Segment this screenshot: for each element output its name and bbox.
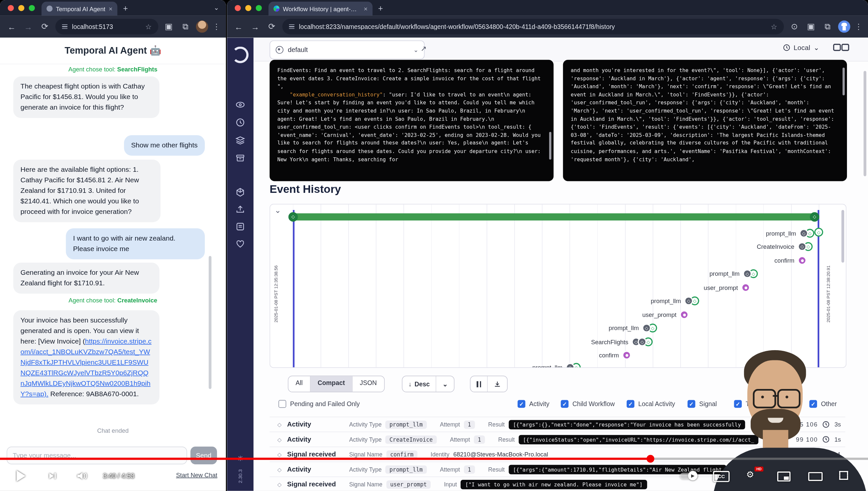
theme-toggle-icon[interactable]: ☀ <box>237 455 244 463</box>
sort-desc-button[interactable]: ↓Desc <box>402 376 436 392</box>
checkbox-checked[interactable] <box>687 400 695 408</box>
event-row[interactable]: Activity Activity Type prompt_llm Attemp… <box>270 417 845 432</box>
code-scrollbar[interactable] <box>843 67 845 95</box>
expand-icon[interactable] <box>278 481 282 487</box>
tab-temporal-ai-agent[interactable]: Temporal AI Agent × <box>41 2 117 16</box>
chat-scrollbar[interactable] <box>209 256 211 389</box>
back-button[interactable]: ← <box>6 22 18 32</box>
tab-search-icon[interactable]: ⌄ <box>214 4 219 12</box>
filter-pending-failed[interactable]: Pending and Failed Only <box>278 400 360 408</box>
batch-icon[interactable] <box>236 135 245 145</box>
zoom-window-button[interactable] <box>29 5 35 11</box>
open-namespace-icon[interactable]: ↗ <box>421 45 427 53</box>
event-ids[interactable]: 94 <box>833 451 841 458</box>
expand-icon[interactable] <box>278 421 282 428</box>
event-row[interactable]: Signal received Signal Name user_prompt … <box>270 477 845 491</box>
expand-icon[interactable] <box>278 451 282 457</box>
timeline-collapse-icon[interactable]: ⌄ <box>275 206 281 214</box>
zoom-window-button[interactable] <box>256 5 262 11</box>
checkbox-checked[interactable] <box>561 400 569 408</box>
extensions-icon[interactable]: ⧉ <box>822 22 834 32</box>
message-input[interactable] <box>7 446 187 464</box>
page-scrollbar[interactable] <box>864 71 866 176</box>
filter-other[interactable]: Other <box>809 400 837 408</box>
region-selector[interactable]: Local ⌄ <box>782 43 819 51</box>
start-new-chat-link[interactable]: Start New Chat <box>176 471 217 478</box>
result-payload[interactable]: [{"invoiceStatus":"open","invoiceURL":"h… <box>519 435 758 444</box>
tab-workflow-history[interactable]: Workflow History | agent-wor × <box>269 2 373 16</box>
reload-button[interactable]: ⟳ <box>39 22 51 32</box>
minimize-window-button[interactable] <box>245 5 251 11</box>
checkbox-unchecked[interactable] <box>278 400 286 408</box>
profile-avatar[interactable] <box>196 21 208 33</box>
timeline-event[interactable]: CreateInvoice <box>757 241 813 252</box>
timeline-event[interactable]: prompt_llm <box>532 362 581 368</box>
feedback-heart-icon[interactable] <box>236 239 245 249</box>
pause-button[interactable] <box>470 376 487 392</box>
timeline-event[interactable]: prompt_llm <box>766 228 814 239</box>
temporal-logo-icon[interactable] <box>232 47 249 63</box>
workflow-input-code[interactable]: FindEvents: Find an event to travel to 2… <box>270 60 554 181</box>
browser-menu-icon[interactable]: ⋮ <box>855 22 863 31</box>
sort-dropdown-button[interactable]: ⌄ <box>436 376 454 392</box>
side-panel-icon[interactable]: ▣ <box>805 22 817 32</box>
minimize-window-button[interactable] <box>19 5 25 11</box>
close-window-button[interactable] <box>8 5 14 11</box>
docs-icon[interactable] <box>236 222 245 231</box>
workflow-execution-bar[interactable] <box>293 213 819 221</box>
checkbox-checked[interactable] <box>518 400 525 408</box>
event-ids[interactable]: 99 100 <box>796 436 818 443</box>
result-payload[interactable]: [{"args":{},"next":"done","response":"Yo… <box>508 420 745 429</box>
tab-compact[interactable]: Compact <box>310 376 352 392</box>
timeline-event[interactable]: confirm <box>774 255 807 266</box>
timeline-event[interactable]: SearchFlights <box>591 336 653 348</box>
expand-icon[interactable] <box>278 466 282 472</box>
site-settings-icon[interactable] <box>62 24 68 29</box>
reload-button[interactable]: ⟳ <box>266 22 278 32</box>
back-button[interactable]: ← <box>232 22 245 32</box>
tab-json[interactable]: JSON <box>352 376 384 392</box>
filter-child-workflow[interactable]: Child Workflow <box>561 400 615 408</box>
import-icon[interactable] <box>236 204 245 214</box>
checkbox-checked[interactable] <box>809 400 817 408</box>
site-settings-icon[interactable] <box>289 24 294 29</box>
workflow-result-code[interactable]: and month you're interested in for the e… <box>563 60 847 181</box>
bookmark-star-icon[interactable]: ☆ <box>771 22 777 31</box>
download-button[interactable] <box>487 376 507 392</box>
timeline-event[interactable]: confirm <box>599 349 631 361</box>
browser-menu-icon[interactable]: ⋮ <box>213 22 221 31</box>
bookmark-star-icon[interactable]: ☆ <box>145 22 152 31</box>
workflows-icon[interactable] <box>236 100 245 110</box>
forward-button[interactable]: → <box>249 22 261 32</box>
address-bar[interactable]: localhost:8233/namespaces/default/workfl… <box>282 19 784 34</box>
result-payload[interactable]: [{"args":{"amount":1710.91,"flightDetail… <box>508 465 726 474</box>
nexus-icon[interactable] <box>236 187 245 197</box>
schedules-icon[interactable] <box>236 117 245 127</box>
code-scrollbar[interactable] <box>549 132 551 160</box>
timeline-event[interactable]: prompt_llm <box>651 295 699 307</box>
archival-icon[interactable] <box>236 153 245 163</box>
timeline-event[interactable]: user_prompt <box>642 309 688 320</box>
password-manager-icon[interactable]: ⊙ <box>788 22 801 32</box>
filter-signal[interactable]: Signal <box>687 400 717 408</box>
event-ids[interactable]: 105 106 <box>792 421 818 428</box>
extensions-icon[interactable]: ⧉ <box>180 22 192 32</box>
new-tab-button[interactable]: + <box>123 3 128 12</box>
new-tab-button[interactable]: + <box>378 3 383 12</box>
workflow-start-marker[interactable] <box>288 212 298 222</box>
timeline-event[interactable]: prompt_llm <box>710 268 758 280</box>
input-payload[interactable]: ["I want to go with air new zealand. Ple… <box>461 480 647 489</box>
event-row[interactable]: Activity Activity Type prompt_llm Attemp… <box>270 462 845 477</box>
send-button[interactable]: Send <box>190 446 217 464</box>
side-panel-icon[interactable]: ▣ <box>163 22 175 32</box>
checkbox-checked[interactable] <box>734 400 742 408</box>
tab-close-icon[interactable]: × <box>364 5 368 12</box>
workflow-end-marker[interactable] <box>810 212 819 222</box>
timeline-event[interactable]: user_prompt <box>704 282 750 293</box>
checkbox-checked[interactable] <box>627 400 634 408</box>
invoice-link[interactable]: https://invoice.stripe.com/i/acct_1NBOLu… <box>20 337 152 398</box>
filter-timer[interactable]: Timer <box>734 400 762 408</box>
event-row[interactable]: Signal received Signal Name confirm Iden… <box>270 447 845 462</box>
labs-toggle-icon[interactable] <box>833 44 849 51</box>
timeline-event[interactable]: prompt_llm <box>609 322 657 334</box>
